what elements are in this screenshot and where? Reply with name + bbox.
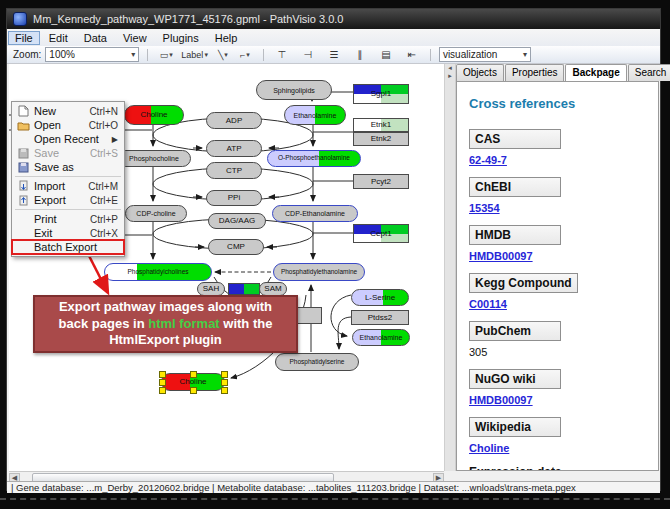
selection-handle[interactable]: [221, 387, 228, 394]
tab-properties[interactable]: Properties: [505, 64, 565, 81]
panel-splitter[interactable]: ◂ ▸: [444, 64, 456, 471]
pathway-node-cdp-ethanolamine[interactable]: CDP-Ethanolamine: [272, 205, 358, 222]
menubar-item-file[interactable]: File: [8, 31, 40, 45]
pathway-node-l-serine[interactable]: L-Serine: [351, 289, 409, 306]
file-menu-item-exit[interactable]: ExitCtrl+X: [12, 226, 124, 240]
menu-item-label: Import: [34, 180, 84, 192]
selection-handle[interactable]: [221, 379, 228, 386]
file-menu-item-save[interactable]: SaveCtrl+S: [12, 146, 124, 160]
layer-order-button[interactable]: ▤: [376, 47, 396, 63]
stack-vertical-button[interactable]: ∥: [350, 47, 370, 63]
pathway-node-sah[interactable]: SAH: [197, 282, 225, 296]
pathway-node-atp[interactable]: ATP: [206, 140, 262, 157]
visualization-combobox[interactable]: visualization ▾: [439, 47, 531, 62]
pathway-node-o-phosphoethanolamine[interactable]: O-Phosphoethanolamine: [267, 150, 361, 167]
elbow-line-tool-button[interactable]: ⌐▾: [235, 47, 255, 63]
menubar-item-edit[interactable]: Edit: [42, 31, 75, 45]
pathway-node-sphingolipids[interactable]: Sphingolipids: [256, 80, 332, 100]
file-menu-item-import[interactable]: ImportCtrl+M: [12, 179, 124, 193]
status-bar: | Gene database: ...m_Derby_20120602.bri…: [7, 481, 660, 493]
file-menu-item-print[interactable]: PrintCtrl+P: [12, 212, 124, 226]
datanode-tool-button[interactable]: ▭▾: [156, 47, 176, 63]
file-menu-item-save-as[interactable]: Save as: [12, 160, 124, 174]
pathway-node-pcyt2[interactable]: Pcyt2: [353, 174, 409, 189]
file-menu-item-new[interactable]: NewCtrl+N: [12, 104, 124, 118]
pathway-canvas[interactable]: SphingolipidsSgpl1CholineEthanolamineADP…: [9, 64, 444, 471]
tab-objects[interactable]: Objects: [456, 64, 504, 81]
line-tool-button[interactable]: ╲▾: [213, 47, 233, 63]
xref-link[interactable]: HMDB00097: [469, 250, 533, 262]
pathway-node-ppi[interactable]: PPi: [206, 190, 262, 206]
elbow-line-tool-icon: ⌐: [240, 50, 245, 60]
toolbar: Zoom: 100% ▾ ▭▾Label▾╲▾⌐▾ ⊤⊣☰∥▤⇤ visuali…: [7, 46, 660, 64]
pathway-node-choline[interactable]: Choline: [161, 373, 225, 391]
xref-section-title: NuGO wiki: [469, 369, 561, 389]
xref-link[interactable]: Choline: [469, 442, 509, 454]
xref-link[interactable]: 15354: [469, 202, 500, 214]
file-menu-item-export[interactable]: ExportCtrl+E: [12, 193, 124, 207]
menu-item-label: Export: [34, 194, 86, 206]
pathway-node-phosphatidylcholines[interactable]: Phosphatidylcholines: [104, 263, 212, 281]
pathway-node-ctp[interactable]: CTP: [206, 162, 262, 179]
selection-handle[interactable]: [159, 387, 166, 394]
selection-handle[interactable]: [190, 387, 197, 394]
pathway-node-cdp-choline[interactable]: CDP-choline: [125, 205, 187, 222]
selection-handle[interactable]: [159, 371, 166, 378]
pathway-node-etnk2[interactable]: Etnk2: [353, 132, 409, 146]
stack-horizontal-button[interactable]: ☰: [324, 47, 344, 63]
tab-search[interactable]: Search: [628, 64, 670, 81]
menubar-item-data[interactable]: Data: [77, 31, 114, 45]
node-label: Choline: [140, 111, 167, 119]
align-center-button[interactable]: ⊤: [272, 47, 292, 63]
xref-section-title: ChEBI: [469, 177, 561, 197]
zoom-combobox[interactable]: 100% ▾: [45, 47, 139, 62]
pathway-node-phosphatidylserine[interactable]: Phosphatidylserine: [275, 353, 359, 371]
pathway-node-etnk1[interactable]: Etnk1: [353, 118, 409, 132]
pathway-node-dag-aag[interactable]: DAG/AAG: [208, 213, 266, 229]
selection-handle[interactable]: [159, 379, 166, 386]
pathway-node-unlabeled[interactable]: [228, 283, 260, 295]
menu-item-shortcut: Ctrl+M: [88, 181, 118, 192]
xref-section-title: Kegg Compound: [469, 273, 578, 293]
node-label: CDP-Ethanolamine: [285, 210, 345, 217]
xref-link[interactable]: C00114: [469, 298, 507, 310]
pathway-node-ptdss2[interactable]: Ptdss2: [351, 310, 409, 325]
file-menu-item-batch-export[interactable]: Batch Export: [12, 240, 124, 254]
pathway-node-ethanolamine[interactable]: Ethanolamine: [352, 329, 410, 346]
menubar-item-plugins[interactable]: Plugins: [156, 31, 206, 45]
file-menu-item-open[interactable]: OpenCtrl+O: [12, 118, 124, 132]
pathway-node-phosphatidylethanolamine[interactable]: Phosphatidylethanolamine: [273, 263, 365, 281]
menu-item-shortcut: Ctrl+S: [90, 148, 118, 159]
pathway-node-sam[interactable]: SAM: [259, 282, 287, 296]
node-label: Ethanolamine: [360, 334, 403, 341]
collapse-left-icon[interactable]: ◂: [445, 64, 455, 72]
menubar-item-help[interactable]: Help: [208, 31, 245, 45]
align-middle-button[interactable]: ⊣: [298, 47, 318, 63]
backpage-panel: Cross references CAS62-49-7ChEBI15354HMD…: [456, 81, 659, 471]
collapse-right-icon[interactable]: ▸: [445, 72, 455, 80]
pathway-node-cmp[interactable]: CMP: [208, 239, 264, 255]
tab-backpage[interactable]: Backpage: [565, 64, 626, 81]
xref-link[interactable]: 62-49-7: [469, 154, 507, 166]
pathway-node-unlabeled[interactable]: [296, 307, 322, 324]
pathway-node-sgpl1[interactable]: Sgpl1: [353, 84, 409, 104]
selection-handle[interactable]: [190, 371, 197, 378]
selection-handle[interactable]: [221, 371, 228, 378]
xref-link[interactable]: HMDB00097: [469, 394, 533, 406]
menu-item-label: Open Recent: [34, 133, 108, 145]
window-title: Mm_Kennedy_pathway_WP1771_45176.gpml - P…: [33, 13, 343, 25]
pathway-node-phosphocholine[interactable]: Phosphocholine: [117, 150, 191, 167]
node-label: Phosphatidylcholines: [127, 269, 188, 276]
menubar-item-view[interactable]: View: [116, 31, 154, 45]
menu-item-label: Open: [34, 119, 85, 131]
pathway-node-adp[interactable]: ADP: [206, 112, 262, 129]
pathway-node-choline[interactable]: Choline: [124, 105, 184, 125]
xref-section-hmdb: HMDBHMDB00097: [469, 225, 658, 262]
pathway-node-cept1[interactable]: Cept1: [353, 224, 409, 243]
pathway-node-ethanolamine[interactable]: Ethanolamine: [284, 105, 346, 125]
file-menu-item-open-recent[interactable]: Open Recent▶: [12, 132, 124, 146]
stack-horizontal-icon: ☰: [329, 49, 338, 60]
common-size-button[interactable]: ⇤: [402, 47, 422, 63]
title-bar[interactable]: Mm_Kennedy_pathway_WP1771_45176.gpml - P…: [7, 9, 660, 29]
label-tool-button[interactable]: Label▾: [178, 47, 211, 63]
